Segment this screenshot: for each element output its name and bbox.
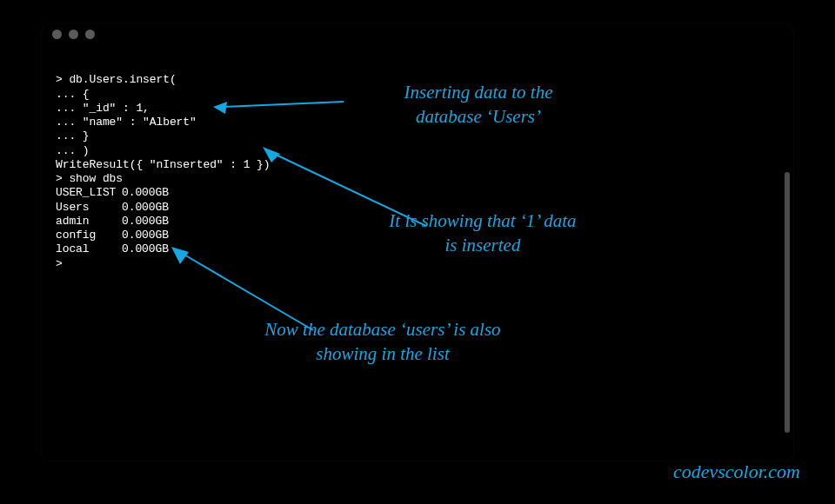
annotation-text: database ‘Users’ bbox=[416, 106, 541, 127]
db-row: admin0.000GB bbox=[56, 215, 270, 229]
annotation-text: Inserting data to the bbox=[404, 82, 553, 103]
window-titlebar bbox=[42, 24, 793, 43]
annotation-insert: Inserting data to the database ‘Users’ bbox=[339, 80, 618, 129]
db-name: config bbox=[56, 229, 122, 242]
annotation-text: showing in the list bbox=[316, 343, 449, 364]
annotation-dblist: Now the database ‘users’ is also showing… bbox=[200, 317, 565, 367]
close-icon[interactable] bbox=[52, 30, 62, 39]
terminal-line: > show dbs bbox=[56, 172, 123, 185]
db-row: USER_LIST0.000GB bbox=[56, 186, 270, 200]
maximize-icon[interactable] bbox=[85, 30, 95, 39]
terminal-line: ... "name" : "Albert" bbox=[56, 116, 197, 129]
terminal-line: ... "_id" : 1, bbox=[56, 102, 150, 115]
terminal-line: > db.Users.insert( bbox=[56, 73, 177, 86]
db-size: 0.000GB bbox=[122, 201, 169, 214]
scrollbar-thumb[interactable] bbox=[785, 172, 790, 433]
terminal-line: ... ) bbox=[56, 144, 90, 157]
annotation-text: Now the database ‘users’ is also bbox=[264, 319, 500, 340]
db-row: config0.000GB bbox=[56, 229, 270, 242]
terminal-prompt: > bbox=[56, 257, 63, 270]
annotation-text: It is showing that ‘1’ data bbox=[389, 210, 576, 231]
db-size: 0.000GB bbox=[122, 229, 169, 242]
terminal-output[interactable]: > db.Users.insert( ... { ... "_id" : 1, … bbox=[56, 59, 270, 285]
terminal-line: ... { bbox=[56, 88, 90, 101]
terminal-line: ... } bbox=[56, 129, 90, 143]
watermark: codevscolor.com bbox=[673, 461, 800, 483]
db-size: 0.000GB bbox=[122, 186, 169, 199]
terminal-line: WriteResult({ "nInserted" : 1 }) bbox=[56, 158, 270, 171]
annotation-writeresult: It is showing that ‘1’ data is inserted bbox=[344, 209, 622, 258]
db-name: admin bbox=[56, 215, 122, 229]
db-size: 0.000GB bbox=[122, 242, 169, 255]
db-row: local0.000GB bbox=[56, 242, 270, 256]
minimize-icon[interactable] bbox=[69, 30, 78, 39]
db-name: USER_LIST bbox=[56, 186, 122, 200]
db-name: Users bbox=[56, 201, 122, 215]
annotation-text: is inserted bbox=[445, 235, 521, 255]
db-row: Users0.000GB bbox=[56, 201, 270, 215]
db-size: 0.000GB bbox=[122, 215, 169, 228]
db-name: local bbox=[56, 242, 122, 256]
